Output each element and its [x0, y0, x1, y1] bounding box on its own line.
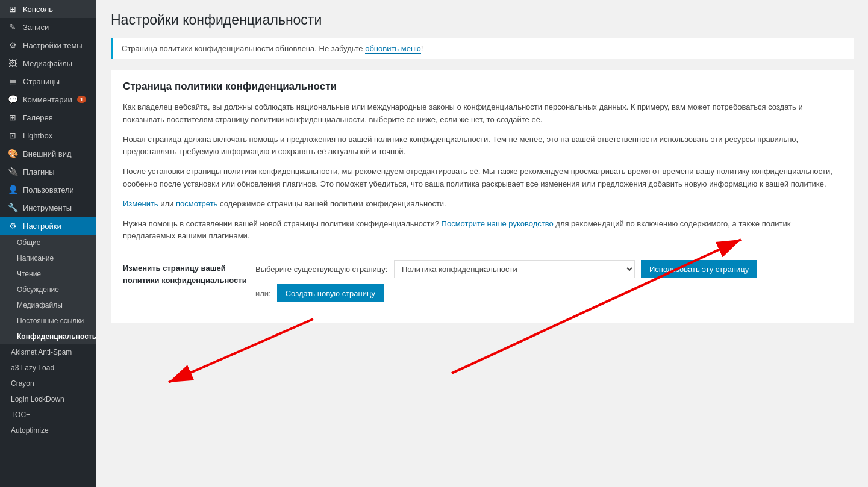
lightbox-icon: ⊡	[7, 131, 18, 140]
plugins-icon: 🔌	[7, 167, 18, 176]
change-link[interactable]: Изменить	[123, 199, 158, 209]
plugin-autoptimize[interactable]: Autoptimize	[0, 423, 96, 438]
form-label: Изменить страницу вашей политики конфиде…	[123, 260, 255, 286]
sidebar-label-plaginy: Плагины	[23, 167, 55, 176]
notice-text-before: Страница политики конфиденциальности обн…	[122, 44, 365, 53]
create-page-button[interactable]: Создать новую страницу	[277, 284, 384, 302]
comments-icon: 💬	[7, 95, 18, 104]
sidebar-label-mediafayli: Медиафайлы	[23, 59, 72, 68]
sidebar-label-vneshny-vid: Внешний вид	[23, 149, 72, 158]
form-field: Выберите существующую страницу: Политика…	[255, 260, 841, 302]
sidebar-label-konsole: Консоль	[23, 5, 53, 14]
page-title: Настройки конфиденциальности	[111, 12, 854, 28]
form-row: Изменить страницу вашей политики конфиде…	[123, 250, 841, 312]
sidebar-label-stranicy: Страницы	[23, 77, 60, 86]
or-text: или	[160, 199, 173, 208]
sidebar-item-polzovateli[interactable]: 👤 Пользователи	[0, 181, 96, 199]
sidebar-item-instrumenty[interactable]: 🔧 Инструменты	[0, 199, 96, 217]
sidebar-label-lightbox: Lightbox	[23, 131, 52, 140]
sidebar-label-zapisi: Записи	[23, 23, 49, 32]
sidebar-label-kommentarii: Комментарии	[23, 95, 72, 104]
submenu-konfidencialnost[interactable]: Конфиденциальность	[0, 329, 96, 344]
tools-icon: 🔧	[7, 203, 18, 212]
paragraph-1: Как владелец вебсайта, вы должны соблюда…	[123, 101, 841, 126]
help-line: Нужна помощь в составлении вашей новой с…	[123, 218, 841, 243]
submenu-postoyannye-ssylki[interactable]: Постоянные ссылки	[0, 313, 96, 329]
notice-update-menu-link[interactable]: обновить меню	[365, 44, 421, 54]
plugin-loginlockdown[interactable]: Login LockDown	[0, 391, 96, 407]
plugin-akismet[interactable]: Akismet Anti-Spam	[0, 344, 96, 360]
sidebar-label-nastroyki-temy: Настройки темы	[23, 41, 83, 50]
select-label: Выберите существующую страницу:	[255, 265, 388, 274]
help-link[interactable]: Посмотрите наше руководство	[442, 219, 554, 229]
sidebar-item-zapisi[interactable]: ✎ Записи	[0, 18, 96, 36]
page-select[interactable]: Политика конфиденциальности	[394, 260, 635, 278]
svg-line-2	[169, 319, 313, 382]
submenu-chtenie[interactable]: Чтение	[0, 266, 96, 282]
submenu-obsuzhdenie[interactable]: Обсуждение	[0, 282, 96, 297]
settings-submenu: Общие Написание Чтение Обсуждение Медиаф…	[0, 235, 96, 344]
settings-icon: ⚙	[7, 221, 18, 231]
submenu-napisanie[interactable]: Написание	[0, 250, 96, 266]
users-icon: 👤	[7, 185, 18, 194]
sidebar-label-nastroyki: Настройки	[23, 222, 61, 231]
submenu-mediafayli[interactable]: Медиафайлы	[0, 297, 96, 313]
sidebar-item-vneshny-vid[interactable]: 🎨 Внешний вид	[0, 144, 96, 163]
sidebar-item-nastroyki[interactable]: ⚙ Настройки	[0, 217, 96, 235]
paragraph-3: После установки страницы политики конфид…	[123, 166, 841, 191]
comments-badge: 1	[77, 96, 86, 103]
sidebar-item-plaginy[interactable]: 🔌 Плагины	[0, 163, 96, 181]
or-label: или:	[255, 289, 271, 298]
change-view-suffix: содержимое страницы вашей политики конфи…	[220, 199, 446, 208]
sidebar: ⊞ Консоль ✎ Записи ⚙ Настройки темы 🖼 Ме…	[0, 0, 96, 487]
view-link[interactable]: посмотреть	[176, 199, 217, 209]
select-row: Выберите существующую страницу: Политика…	[255, 260, 841, 278]
plugin-a3lazyload[interactable]: a3 Lazy Load	[0, 360, 96, 376]
theme-settings-icon: ⚙	[7, 40, 18, 50]
help-text-before: Нужна помощь в составлении вашей новой с…	[123, 219, 442, 228]
notice-text-after: !	[421, 44, 423, 53]
plugin-crayon[interactable]: Crayon	[0, 376, 96, 391]
main-content: Настройки конфиденциальности Страница по…	[96, 0, 868, 487]
submenu-obshie[interactable]: Общие	[0, 235, 96, 250]
sidebar-item-nastroyki-temy[interactable]: ⚙ Настройки темы	[0, 36, 96, 54]
appearance-icon: 🎨	[7, 149, 18, 158]
pages-icon: ▤	[7, 76, 18, 86]
dashboard-icon: ⊞	[7, 4, 18, 14]
sidebar-item-kommentarii[interactable]: 💬 Комментарии 1	[0, 90, 96, 108]
media-icon: 🖼	[7, 58, 18, 68]
posts-icon: ✎	[7, 22, 18, 32]
create-row: или: Создать новую страницу	[255, 284, 841, 302]
sidebar-item-konsole[interactable]: ⊞ Консоль	[0, 0, 96, 18]
paragraph-2: Новая страница должна включать помощь и …	[123, 134, 841, 159]
sidebar-label-polzovateli: Пользователи	[23, 185, 74, 194]
plugin-toc[interactable]: TOC+	[0, 407, 96, 423]
notice-bar: Страница политики конфиденциальности обн…	[111, 38, 854, 59]
sidebar-label-instrumenty: Инструменты	[23, 203, 72, 212]
sidebar-item-mediafayli[interactable]: 🖼 Медиафайлы	[0, 54, 96, 72]
sidebar-item-lightbox[interactable]: ⊡ Lightbox	[0, 126, 96, 144]
sidebar-item-galereya[interactable]: ⊞ Галерея	[0, 108, 96, 126]
change-view-line: Изменить или посмотреть содержимое стран…	[123, 198, 841, 211]
sidebar-label-galereya: Галерея	[23, 113, 53, 122]
gallery-icon: ⊞	[7, 113, 18, 122]
use-page-button[interactable]: Использовать эту страницу	[641, 260, 757, 278]
privacy-section: Страница политики конфиденциальности Как…	[111, 70, 854, 323]
sidebar-item-stranicy[interactable]: ▤ Страницы	[0, 72, 96, 90]
section-heading: Страница политики конфиденциальности	[123, 81, 841, 93]
